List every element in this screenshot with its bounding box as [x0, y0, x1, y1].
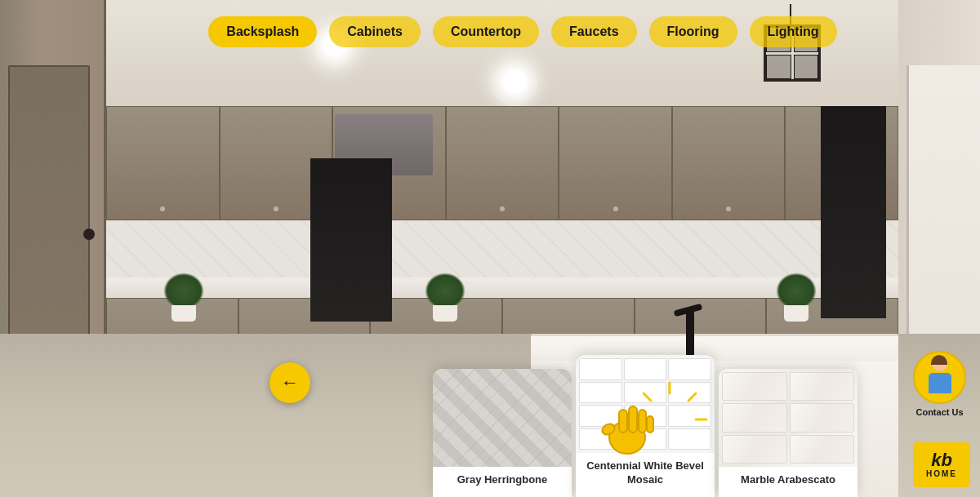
upper-cabinets: [106, 106, 898, 220]
card-image-herringbone: [433, 369, 572, 467]
cabinet-door: [446, 106, 559, 220]
contact-label: Contact Us: [909, 407, 970, 417]
navigation-tabs: Backsplash Cabinets Countertop Faucets F…: [163, 16, 882, 47]
tab-backsplash[interactable]: Backsplash: [208, 16, 317, 47]
marble-tile: [722, 372, 787, 401]
home-text: HOME: [926, 469, 957, 478]
bevel-tile: [624, 405, 667, 427]
contact-avatar: [913, 351, 966, 404]
refrigerator: [821, 106, 886, 318]
plant-pot: [784, 305, 808, 322]
kb-text: kb: [931, 451, 952, 469]
herringbone-pattern: [433, 369, 572, 467]
ceiling-light-2: [490, 57, 539, 106]
bevel-tile: [668, 428, 711, 450]
plant-leaves: [776, 273, 817, 309]
marble-tile: [790, 372, 855, 401]
plant-3: [776, 273, 817, 322]
marble-tile: [790, 435, 855, 464]
material-card-centennial-white[interactable]: Centennial White Bevel Mosaic: [576, 355, 715, 497]
material-cards-area: Gray Herringbone Centennial White Bevel …: [0, 334, 980, 497]
cabinet-door: [672, 106, 786, 220]
bevel-tile: [668, 382, 711, 404]
marble-pattern: [719, 369, 858, 467]
tab-faucets[interactable]: Faucets: [551, 16, 636, 47]
bevel-tile: [668, 358, 711, 380]
contact-us-button[interactable]: Contact Us: [909, 351, 970, 417]
cabinet-door: [106, 106, 220, 220]
card-label-herringbone: Gray Herringbone: [433, 467, 572, 497]
marble-tile: [790, 403, 855, 432]
bevel-tile: [579, 405, 622, 427]
bevel-tile: [579, 428, 622, 450]
chandelier-pane: [794, 55, 819, 80]
bevel-tile: [668, 405, 711, 427]
bevel-tile: [579, 358, 622, 380]
bevel-tile: [579, 382, 622, 404]
card-label-marble: Marble Arabescato: [719, 467, 858, 497]
bevel-tile: [624, 382, 667, 404]
bevel-pattern: [576, 355, 715, 453]
avatar-body: [929, 373, 951, 393]
plant-leaves: [163, 273, 204, 309]
plant-pot: [433, 305, 457, 322]
tab-cabinets[interactable]: Cabinets: [329, 16, 421, 47]
marble-tile: [722, 403, 787, 432]
back-button[interactable]: ←: [270, 362, 310, 403]
chandelier-pane: [766, 55, 791, 80]
tab-countertop[interactable]: Countertop: [433, 16, 539, 47]
material-card-marble-arabescato[interactable]: Marble Arabescato: [719, 369, 858, 497]
material-card-gray-herringbone[interactable]: Gray Herringbone: [433, 369, 572, 497]
plant-pot: [172, 305, 196, 322]
bevel-tile: [624, 358, 667, 380]
left-door-knob: [83, 229, 95, 240]
avatar-figure: [925, 355, 954, 400]
bevel-tile: [624, 428, 667, 450]
plant-2: [425, 273, 466, 322]
plant-leaves: [425, 273, 466, 309]
stove: [310, 158, 392, 322]
card-label-bevel: Centennial White Bevel Mosaic: [576, 453, 715, 497]
plant-1: [163, 273, 204, 322]
backsplash-area: [106, 220, 898, 277]
card-image-bevel: [576, 355, 715, 453]
marble-tile: [722, 435, 787, 464]
kb-home-logo[interactable]: kb HOME: [913, 442, 970, 487]
cabinet-door: [559, 106, 672, 220]
tab-flooring[interactable]: Flooring: [649, 16, 737, 47]
card-image-marble: [719, 369, 858, 467]
tab-lighting[interactable]: Lighting: [750, 16, 837, 47]
